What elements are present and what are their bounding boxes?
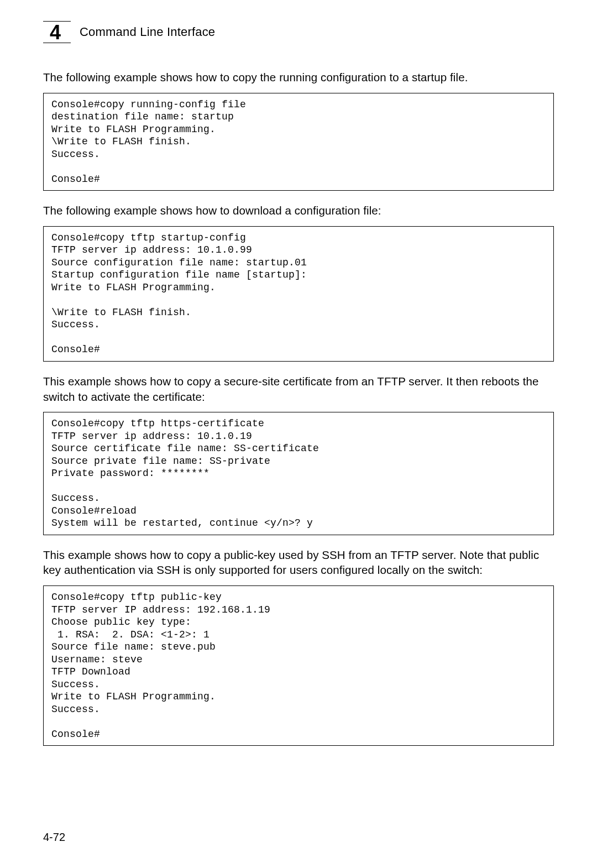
chapter-title: Command Line Interface bbox=[80, 25, 215, 39]
code-block-2: Console#copy tftp startup-config TFTP se… bbox=[43, 226, 554, 362]
paragraph-4: This example shows how to copy a public-… bbox=[43, 547, 554, 578]
code-block-3: Console#copy tftp https-certificate TFTP… bbox=[43, 412, 554, 535]
code-block-4: Console#copy tftp public-key TFTP server… bbox=[43, 585, 554, 746]
svg-text:4: 4 bbox=[50, 21, 61, 43]
paragraph-3: This example shows how to copy a secure-… bbox=[43, 374, 554, 404]
code-block-1: Console#copy running-config file destina… bbox=[43, 93, 554, 191]
chapter-badge-icon: 4 bbox=[43, 21, 71, 43]
paragraph-1: The following example shows how to copy … bbox=[43, 70, 554, 85]
page-number: 4-72 bbox=[43, 831, 65, 844]
page-header: 4 Command Line Interface bbox=[43, 21, 554, 43]
paragraph-2: The following example shows how to downl… bbox=[43, 203, 554, 218]
